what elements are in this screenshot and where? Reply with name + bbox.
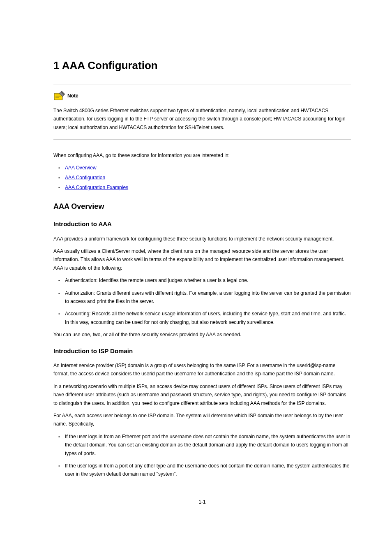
intro-paragraph: When configuring AAA, go to these sectio… bbox=[53, 152, 351, 159]
list-item: AAA Configuration Examples bbox=[65, 184, 351, 191]
paragraph: AAA usually utilizes a Client/Server mod… bbox=[53, 247, 351, 272]
toc-link[interactable]: AAA Configuration bbox=[65, 175, 105, 180]
toc-link[interactable]: AAA Overview bbox=[65, 165, 97, 171]
subsection-heading-isp-domain: Introduction to ISP Domain bbox=[53, 347, 351, 356]
paragraph: You can use one, two, or all of the thre… bbox=[53, 331, 351, 339]
chapter-title: 1 AAA Configuration bbox=[53, 58, 351, 77]
paragraph: In a networking scenario with multiple I… bbox=[53, 382, 351, 407]
list-item: AAA Overview bbox=[65, 164, 351, 171]
note-box: Note The Switch 4800G series Ethernet sw… bbox=[53, 85, 351, 139]
note-icon bbox=[53, 91, 65, 101]
paragraph: For AAA, each access user belongs to one… bbox=[53, 412, 351, 428]
list-item: If the user logs in from a port of any o… bbox=[65, 462, 351, 479]
toc-link[interactable]: AAA Configuration Examples bbox=[65, 185, 128, 190]
paragraph: AAA provides a uniform framework for con… bbox=[53, 235, 351, 243]
isp-behavior-list: If the user logs in from an Ethernet por… bbox=[65, 432, 351, 479]
list-item: Accounting: Records all the network serv… bbox=[65, 310, 351, 326]
subsection-heading-intro-aaa: Introduction to AAA bbox=[53, 220, 351, 229]
section-heading-aaa-overview: AAA Overview bbox=[53, 201, 351, 212]
note-text: The Switch 4800G series Ethernet switche… bbox=[53, 106, 351, 132]
list-item: Authentication: Identifies the remote us… bbox=[65, 276, 351, 284]
paragraph: An Internet service provider (ISP) domai… bbox=[53, 361, 351, 378]
feature-list: Authentication: Identifies the remote us… bbox=[65, 276, 351, 326]
list-item: If the user logs in from an Ethernet por… bbox=[65, 432, 351, 458]
list-item: AAA Configuration bbox=[65, 174, 351, 181]
page-number: 1-1 bbox=[53, 498, 351, 506]
list-item: Authorization: Grants different users wi… bbox=[65, 289, 351, 306]
note-label: Note bbox=[67, 92, 78, 99]
toc-link-list: AAA Overview AAA Configuration AAA Confi… bbox=[65, 164, 351, 191]
note-header: Note bbox=[53, 91, 351, 101]
